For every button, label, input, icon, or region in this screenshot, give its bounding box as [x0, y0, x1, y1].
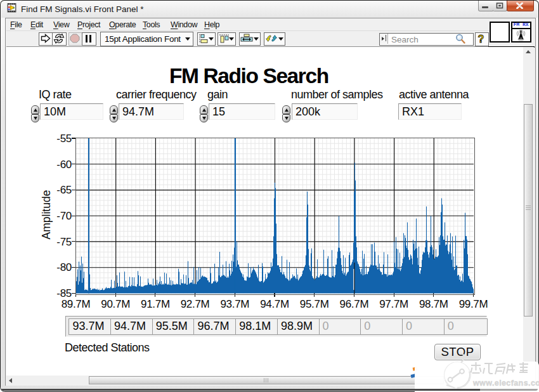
svg-text:www.elecfans.com: www.elecfans.com: [472, 379, 539, 388]
